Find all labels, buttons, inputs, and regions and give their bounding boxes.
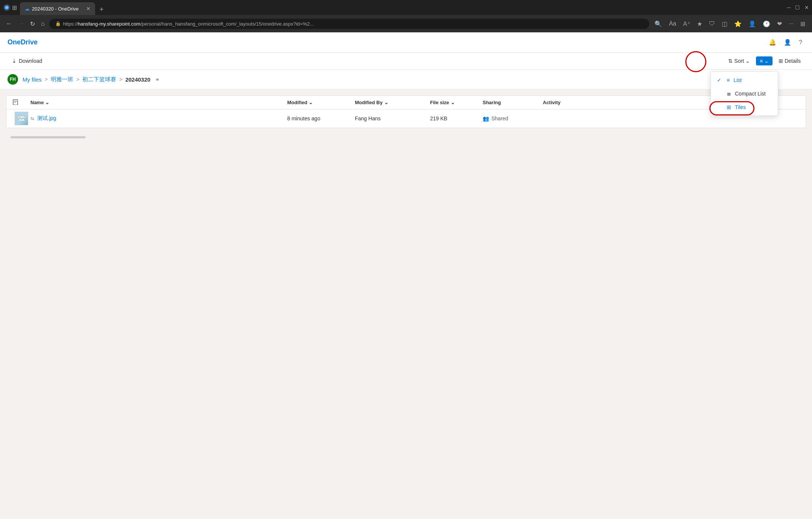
browser-titlebar: ⊞ ☁ 20240320 - OneDrive ✕ + ─ ☐ ✕	[0, 0, 812, 15]
horizontal-scrollbar[interactable]	[11, 136, 86, 138]
file-thumbnail	[15, 112, 28, 125]
scroll-area	[0, 134, 812, 140]
split-view-icon[interactable]: ◫	[720, 19, 730, 29]
user-avatar: FH	[8, 74, 18, 85]
search-icon[interactable]: 🔍	[652, 19, 664, 29]
favorites-icon[interactable]: ★	[695, 19, 704, 29]
maximize-button[interactable]: ☐	[795, 5, 800, 11]
breadcrumb-current: 20240320	[125, 76, 150, 83]
breadcrumb-sep-3: >	[119, 76, 122, 82]
file-thumbnail-cell	[12, 112, 30, 125]
file-name[interactable]: 测试.jpg	[37, 115, 56, 122]
breadcrumb-sep-2: >	[76, 76, 79, 82]
browser-addressbar: ← → ↻ ⌂ 🔒 https://hansfang-my.sharepoint…	[0, 15, 812, 32]
breadcrumb-competition[interactable]: 初二下篮球赛	[82, 76, 116, 83]
dropdown-item-tiles[interactable]: ⊞ Tiles	[711, 100, 778, 114]
header-actions: 🔔 👤 ?	[767, 36, 804, 48]
list-check-icon: ✓	[717, 77, 723, 83]
modified-sort-icon: ⌄	[309, 100, 313, 105]
shared-icon: 👥	[483, 115, 489, 121]
view-list-icon: ≡	[760, 58, 763, 64]
col-header-name[interactable]: Name ⌄	[30, 100, 287, 105]
tab-manager-icon[interactable]: ⊞	[12, 4, 17, 11]
back-button[interactable]: ←	[5, 19, 14, 29]
url-domain: hansfang-my.sharepoint.com	[78, 21, 141, 27]
address-bar[interactable]: 🔒 https://hansfang-my.sharepoint.com/per…	[49, 19, 650, 29]
file-modified: 8 minutes ago	[287, 115, 355, 121]
onedrive-app: OneDrive 🔔 👤 ? ⇣ Download ⇅ Sort ⌄ ≡ ⌄	[0, 32, 812, 519]
col-header-modified[interactable]: Modified ⌄	[287, 100, 355, 105]
tiles-grid-icon: ⊞	[727, 104, 731, 110]
collections-icon[interactable]: ⭐	[732, 19, 744, 29]
col-header-icon	[12, 99, 30, 106]
minimize-button[interactable]: ─	[787, 5, 791, 11]
browser-shield-icon[interactable]: 🛡	[707, 19, 717, 29]
file-name-cell[interactable]: ⇆ 测试.jpg	[30, 115, 287, 122]
close-button[interactable]: ✕	[804, 5, 809, 11]
details-button[interactable]: ⊞ Details	[775, 56, 804, 66]
file-size: 219 KB	[430, 115, 483, 121]
sort-button[interactable]: ⇅ Sort ⌄	[724, 56, 754, 66]
dropdown-list-label: List	[733, 77, 742, 83]
compact-lines-icon: ≣	[727, 91, 731, 97]
file-size-sort-icon: ⌄	[451, 100, 455, 105]
list-lines-icon: ≡	[727, 77, 730, 83]
notifications-icon[interactable]: 🔔	[767, 36, 779, 48]
col-header-file-size[interactable]: File size ⌄	[430, 100, 483, 105]
text-predict-icon[interactable]: A⁺	[681, 19, 692, 29]
help-icon[interactable]: ?	[797, 37, 804, 48]
forward-button[interactable]: →	[17, 19, 26, 29]
col-header-modified-by[interactable]: Modified By ⌄	[355, 100, 430, 105]
svg-point-1	[5, 6, 8, 9]
breadcrumb-class[interactable]: 明雅一班	[51, 76, 73, 83]
name-sort-icon: ⌄	[45, 100, 49, 105]
breadcrumb-share-icon[interactable]: ⚭	[155, 76, 160, 83]
home-button[interactable]: ⌂	[39, 19, 46, 29]
download-label: Download	[19, 58, 42, 64]
browser-favicon-icon	[3, 4, 11, 11]
sync-icon: ⇆	[30, 116, 34, 121]
breadcrumb-sep-1: >	[45, 76, 48, 82]
breadcrumb-myfiles[interactable]: My files	[23, 76, 42, 83]
browser-toolbar-icons: 🔍 Aa A⁺ ★ 🛡 ◫ ⭐ 👤 🕐 ❤ ··· ⊞	[652, 19, 807, 29]
dropdown-item-compact[interactable]: ≣ Compact List	[711, 87, 778, 100]
breadcrumb: FH My files > 明雅一班 > 初二下篮球赛 > 20240320 ⚭	[0, 70, 812, 90]
dropdown-item-list[interactable]: ✓ ≡ List	[711, 73, 778, 87]
profile-icon[interactable]: 👤	[746, 19, 758, 29]
file-list-container: Name ⌄ Modified ⌄ Modified By ⌄ File siz…	[6, 96, 806, 128]
annotation-circle-view	[685, 51, 706, 72]
browser-tab-label: 20240320 - OneDrive	[32, 6, 79, 12]
table-row[interactable]: ⇆ 测试.jpg 8 minutes ago Fang Hans 219 KB …	[6, 109, 806, 128]
view-toggle-container: ≡ ⌄	[756, 56, 773, 65]
sort-label: Sort	[734, 58, 744, 64]
dropdown-compact-label: Compact List	[735, 91, 766, 97]
tab-cloud-icon: ☁	[24, 6, 30, 12]
sidebar-icon[interactable]: ⊞	[798, 19, 807, 29]
onedrive-toolbar: ⇣ Download ⇅ Sort ⌄ ≡ ⌄ ⊞ Details	[0, 53, 812, 70]
col-header-sharing: Sharing	[483, 100, 543, 105]
tab-close-button[interactable]: ✕	[86, 6, 91, 12]
more-icon[interactable]: ···	[786, 19, 796, 29]
view-dropdown-menu[interactable]: ✓ ≡ List ≣ Compact List ⊞ Tiles	[710, 71, 778, 116]
browser-chrome: ⊞ ☁ 20240320 - OneDrive ✕ + ─ ☐ ✕ ← → ↻ …	[0, 0, 812, 32]
download-button[interactable]: ⇣ Download	[8, 56, 47, 66]
dropdown-tiles-wrapper: ⊞ Tiles	[711, 100, 778, 114]
view-chevron-icon: ⌄	[764, 58, 769, 64]
details-label: Details	[785, 58, 801, 64]
url-text: https://hansfang-my.sharepoint.com/perso…	[63, 21, 314, 27]
wallet-icon[interactable]: ❤	[775, 19, 784, 29]
details-grid-icon: ⊞	[779, 58, 783, 64]
new-tab-button[interactable]: +	[97, 4, 107, 15]
onedrive-logo: OneDrive	[8, 38, 38, 46]
dropdown-tiles-label: Tiles	[735, 104, 746, 110]
sort-icon: ⇅	[728, 58, 733, 64]
browser-tab-active[interactable]: ☁ 20240320 - OneDrive ✕	[20, 2, 95, 15]
modified-by-sort-icon: ⌄	[384, 100, 388, 105]
read-aloud-icon[interactable]: Aa	[667, 19, 679, 29]
view-toggle-button[interactable]: ≡ ⌄	[756, 56, 773, 65]
share-people-icon[interactable]: 👤	[782, 36, 794, 48]
history-icon[interactable]: 🕐	[760, 19, 773, 29]
window-controls: ─ ☐ ✕	[787, 5, 809, 11]
lock-icon: 🔒	[55, 21, 61, 26]
refresh-button[interactable]: ↻	[29, 19, 36, 29]
